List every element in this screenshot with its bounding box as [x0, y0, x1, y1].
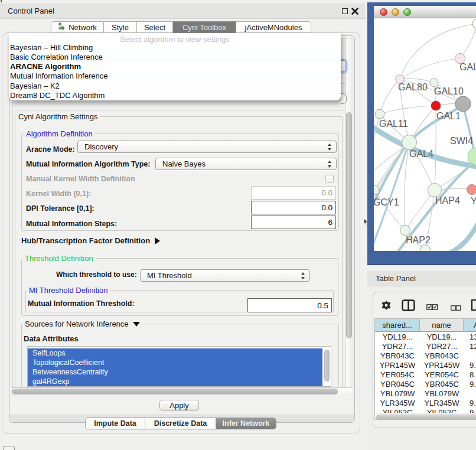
dropdown-item-5[interactable]: Dream8 DC_TDC Algorithm — [10, 91, 105, 100]
attribute-item-selfloops[interactable]: SelfLoops — [28, 348, 322, 358]
tab-select[interactable]: Select — [137, 21, 173, 33]
bottom-tab-impute-data[interactable]: Impute Data — [86, 418, 145, 429]
graph-node-label-gal4: GAL4 — [409, 149, 433, 159]
dropdown-item-4[interactable]: Bayesian – K2 — [10, 81, 60, 90]
dropdown-item-3[interactable]: Mutual Information Inference — [10, 71, 107, 80]
table-row-1[interactable]: YDR27...YDR27...12 — [375, 342, 476, 351]
tab-style[interactable]: Style — [104, 21, 137, 33]
float-window-icon[interactable] — [342, 8, 348, 14]
graph-node-top_right[interactable] — [472, 19, 476, 28]
dpi-tolerance-field[interactable]: 0.0 — [251, 201, 336, 214]
aracne-mode-value: Discovery — [84, 142, 118, 151]
mi-type-combobox[interactable]: Naive Bayes — [155, 158, 337, 170]
gear-icon[interactable] — [381, 300, 392, 313]
panel-toggle-button[interactable] — [3, 446, 15, 450]
table-cell: YER054C — [375, 370, 420, 380]
mi-threshold-label: Mutual Information Threshold: — [28, 299, 135, 308]
table-scrollbar-thumb[interactable] — [376, 415, 476, 420]
close-traffic-light[interactable] — [380, 8, 387, 16]
bottom-tab-discretize-data[interactable]: Discretize Data — [145, 418, 216, 429]
split-table-icon[interactable] — [402, 299, 415, 314]
minimize-traffic-light[interactable] — [392, 8, 399, 16]
unchecked-columns-icon[interactable] — [451, 303, 461, 314]
table-row-5[interactable]: YBR045CYBR045C9. — [375, 380, 476, 389]
which-threshold-combobox[interactable]: MI Threshold — [140, 269, 310, 282]
attributes-list-scrollbar-thumb[interactable] — [324, 350, 330, 381]
table-cell: YDR27... — [375, 342, 420, 351]
dropdown-item-1[interactable]: Basic Correlation Inference — [10, 53, 103, 61]
attribute-item-betweennesscentrality[interactable]: BetweennessCentrality — [28, 367, 322, 377]
table-panel-title: Table Panel — [376, 274, 416, 283]
network-window-titlebar[interactable] — [374, 6, 476, 18]
vertical-scrollbar-thumb[interactable] — [346, 112, 352, 338]
combo-arrows-icon — [328, 143, 332, 151]
table-row-3[interactable]: YPR145WYPR145W9. — [375, 361, 476, 370]
sources-label-text: Sources for Network Inference — [25, 319, 129, 328]
attribute-item-topologicalcoefficient[interactable]: TopologicalCoefficient — [28, 358, 322, 367]
table-row-6[interactable]: YBL079WYBL079W — [375, 389, 476, 399]
graph-node-GAL1[interactable] — [431, 101, 441, 110]
attribute-item-gal4rgexp[interactable]: gal4RGexp — [28, 377, 322, 386]
bottom-tab-infer-network[interactable]: Infer Network — [216, 418, 276, 429]
network-view-canvas[interactable]: GAL2GAL80GAL10GAL1GAL11GAL4SWI4HAP4YGCY1… — [374, 18, 476, 251]
graph-node-GAL11[interactable] — [375, 109, 384, 119]
table-horizontal-scrollbar[interactable] — [375, 413, 476, 420]
graph-node-HAP2[interactable] — [400, 226, 410, 236]
graph-node-GAL10[interactable] — [430, 79, 438, 87]
which-threshold-label: Which threshold to use: — [56, 270, 137, 279]
horizontal-scrollbar-thumb[interactable] — [12, 389, 338, 394]
table-row-7[interactable]: YLR345WYLR345W9. — [375, 399, 476, 408]
table-cell: YBR043C — [420, 351, 464, 361]
graph-node-bottom[interactable] — [420, 245, 431, 252]
table-cell: YPR145W — [375, 361, 420, 370]
mi-threshold-field[interactable]: 0.5 — [247, 298, 332, 312]
zoom-traffic-light[interactable] — [403, 8, 411, 16]
kernel-width-field[interactable]: 0.0 — [251, 186, 336, 200]
hub-definition-row[interactable]: Hub/Transcription Factor Definition — [21, 236, 160, 245]
graph-node-label-gal11: GAL11 — [379, 119, 408, 129]
dpi-tolerance-label: DPI Tolerance [0,1]: — [26, 204, 94, 213]
column-header-A[interactable]: A — [464, 319, 476, 332]
manual-kernel-checkbox[interactable] — [325, 175, 334, 183]
graph-node-gray[interactable] — [455, 96, 471, 112]
tab-network[interactable]: Network — [51, 21, 104, 33]
table-row-4[interactable]: YER054CYER054C8. — [375, 370, 476, 380]
hidden-groupbox-edge — [341, 83, 345, 84]
collapse-arrow-icon[interactable] — [133, 322, 140, 327]
table-header: shared...nameA — [375, 319, 476, 332]
apply-button[interactable]: Apply — [159, 400, 199, 410]
data-attributes-list[interactable]: SelfLoopsTopologicalCoefficientBetweenne… — [27, 346, 331, 387]
mi-steps-field[interactable]: 6 — [251, 216, 336, 229]
dropdown-item-0[interactable]: Bayesian – Hill Climbing — [10, 43, 93, 52]
aracne-mode-combobox[interactable]: Discovery — [77, 141, 337, 153]
dropdown-item-2[interactable]: ARACNE Algorithm — [10, 62, 81, 71]
mi-steps-label: Mutual Information Steps: — [26, 220, 117, 228]
table-cell: 9. — [464, 399, 476, 408]
column-header-shared[interactable]: shared... — [375, 319, 420, 332]
control-panel-titlebar — [0, 3, 365, 19]
table-cell: 9. — [464, 380, 476, 389]
graph-node-GAL4[interactable] — [402, 135, 417, 150]
panel-divider[interactable] — [360, 21, 360, 450]
hidden-groupbox-bottom — [15, 110, 345, 110]
graph-node-label-gal2: GAL2 — [459, 62, 476, 72]
sources-label[interactable]: Sources for Network Inference — [22, 319, 142, 328]
column-header-name[interactable]: name — [420, 319, 464, 332]
table-row-8[interactable]: YIL052CYIL052C9. — [375, 408, 476, 413]
kernel-width-label: Kernel Width (0,1): — [26, 190, 91, 198]
data-attributes-label: Data Attributes — [24, 334, 79, 343]
tab-cyni-toolbox[interactable]: Cyni Toolbox — [173, 21, 236, 33]
checked-columns-icon[interactable] — [426, 302, 438, 313]
table-row-0[interactable]: YDL19...YDL19...13 — [375, 332, 476, 342]
expand-arrow-icon[interactable] — [155, 237, 160, 244]
close-icon[interactable] — [351, 7, 359, 15]
tab-label: Cyni Toolbox — [182, 23, 226, 32]
graph-node-label-hap4: HAP4 — [435, 195, 460, 206]
graph-edge — [374, 190, 405, 230]
which-threshold-value: MI Threshold — [147, 271, 192, 280]
tab-jactivemnodules[interactable]: jActiveMNodules — [236, 21, 311, 33]
graph-edge — [374, 125, 476, 167]
graph-node-Y[interactable] — [467, 185, 476, 195]
table-row-2[interactable]: YBR043CYBR043C — [375, 351, 476, 361]
document-icon[interactable] — [471, 299, 476, 314]
